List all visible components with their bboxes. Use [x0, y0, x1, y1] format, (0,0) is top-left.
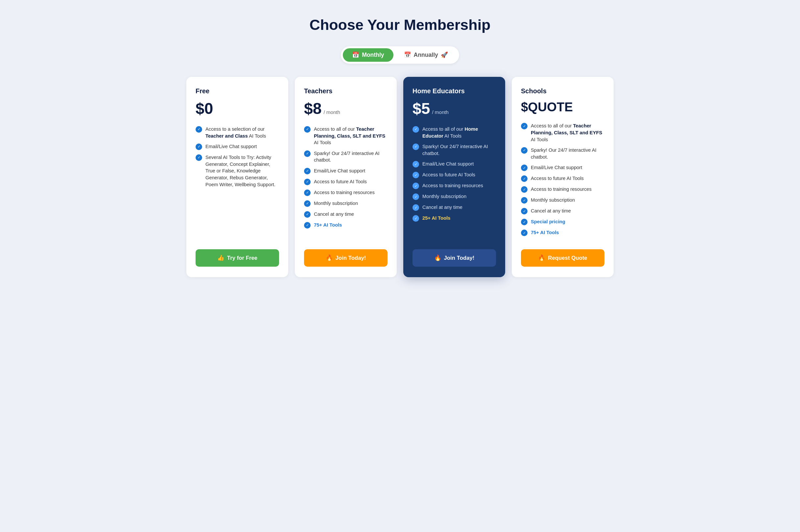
check-icon: ✓ — [413, 215, 419, 222]
check-icon: ✓ — [521, 230, 528, 236]
plan-teachers-features: ✓ Access to all of our Teacher Planning,… — [304, 126, 387, 240]
list-item: ✓ 25+ AI Tools — [413, 215, 496, 222]
monthly-label: Monthly — [362, 52, 384, 58]
list-item: ✓ Several AI Tools to Try: Activity Gene… — [196, 154, 279, 188]
plan-schools: Schools $QUOTE ✓ Access to all of our Te… — [512, 77, 614, 277]
list-item: ✓ Email/Live Chat support — [413, 160, 496, 168]
list-item: ✓ Access to training resources — [413, 182, 496, 189]
plan-teachers: Teachers $8 / month ✓ Access to all of o… — [295, 77, 397, 277]
plan-schools-price-row: $QUOTE — [521, 101, 604, 113]
list-item: ✓ Email/Live Chat support — [304, 168, 387, 174]
check-icon: ✓ — [413, 172, 419, 178]
annually-label: Annually — [414, 52, 438, 58]
fire-icon: 🔥 — [434, 254, 441, 261]
check-icon: ✓ — [304, 189, 311, 196]
home-educators-cta-button[interactable]: 🔥 Join Today! — [413, 249, 496, 267]
plan-free-name: Free — [196, 87, 279, 95]
list-item: ✓ 75+ AI Tools — [521, 229, 604, 236]
list-item: ✓ Monthly subscription — [304, 200, 387, 207]
check-icon: ✓ — [304, 126, 311, 133]
monthly-toggle[interactable]: 📅 Monthly — [343, 48, 393, 62]
check-icon: ✓ — [521, 208, 528, 214]
list-item: ✓ Monthly subscription — [413, 193, 496, 200]
plan-free: Free $0 ✓ Access to a selection of our T… — [186, 77, 288, 277]
plan-teachers-price-row: $8 / month — [304, 101, 387, 117]
list-item: ✓ 75+ AI Tools — [304, 222, 387, 229]
list-item: ✓ Access to training resources — [521, 186, 604, 193]
free-cta-label: Try for Free — [227, 255, 257, 261]
toggle-container: 📅 Monthly 📅 Annually 🚀 — [341, 46, 459, 64]
check-icon: ✓ — [304, 211, 311, 218]
pricing-grid: Free $0 ✓ Access to a selection of our T… — [186, 77, 614, 277]
check-icon: ✓ — [521, 123, 528, 129]
monthly-icon: 📅 — [352, 52, 359, 58]
check-icon: ✓ — [196, 144, 202, 150]
check-icon: ✓ — [521, 186, 528, 193]
check-icon: ✓ — [413, 126, 419, 133]
plan-home-educators: Home Educators $5 / month ✓ Access to al… — [403, 77, 505, 277]
check-icon: ✓ — [304, 200, 311, 207]
annually-suffix-icon: 🚀 — [441, 52, 448, 58]
check-icon: ✓ — [521, 197, 528, 204]
list-item: ✓ Cancel at any time — [304, 211, 387, 218]
list-item: ✓ Sparky! Our 24/7 interactive AI chatbo… — [304, 150, 387, 164]
plan-home-educators-period: / month — [432, 109, 449, 115]
check-icon: ✓ — [413, 204, 419, 211]
check-icon: ✓ — [521, 147, 528, 154]
schools-cta-label: Request Quote — [548, 255, 587, 261]
list-item: ✓ Access to all of our Teacher Planning,… — [304, 126, 387, 146]
check-icon: ✓ — [196, 154, 202, 161]
list-item: ✓ Access to a selection of our Teacher a… — [196, 126, 279, 139]
check-icon: ✓ — [521, 175, 528, 182]
check-icon: ✓ — [413, 144, 419, 150]
check-icon: ✓ — [521, 165, 528, 171]
list-item: ✓ Email/Live Chat support — [196, 143, 279, 150]
list-item: ✓ Access to future AI Tools — [304, 178, 387, 185]
list-item: ✓ Access to all of our Teacher Planning,… — [521, 122, 604, 143]
plan-home-educators-price-row: $5 / month — [413, 101, 496, 117]
annually-icon: 📅 — [404, 52, 411, 58]
list-item: ✓ Access to future AI Tools — [521, 175, 604, 182]
plan-free-features: ✓ Access to a selection of our Teacher a… — [196, 126, 279, 240]
list-item: ✓ Email/Live Chat support — [521, 164, 604, 171]
schools-cta-button[interactable]: 🔥 Request Quote — [521, 249, 604, 267]
fire-icon: 🔥 — [326, 254, 333, 261]
list-item: ✓ Access to all of our Home Educator AI … — [413, 126, 496, 139]
billing-toggle: 📅 Monthly 📅 Annually 🚀 — [13, 46, 787, 64]
fire-icon: 🔥 — [538, 254, 545, 261]
plan-home-educators-price: $5 — [413, 101, 430, 117]
check-icon: ✓ — [413, 183, 419, 189]
plan-schools-features: ✓ Access to all of our Teacher Planning,… — [521, 122, 604, 240]
plan-home-educators-features: ✓ Access to all of our Home Educator AI … — [413, 126, 496, 240]
check-icon: ✓ — [196, 126, 202, 133]
list-item: ✓ Special pricing — [521, 218, 604, 225]
teachers-cta-button[interactable]: 🔥 Join Today! — [304, 249, 387, 267]
list-item: ✓ Cancel at any time — [413, 204, 496, 211]
list-item: ✓ Sparky! Our 24/7 interactive AI chatbo… — [413, 143, 496, 157]
check-icon: ✓ — [521, 219, 528, 225]
plan-schools-price: $QUOTE — [521, 101, 573, 113]
list-item: ✓ Access to training resources — [304, 189, 387, 196]
teachers-cta-label: Join Today! — [335, 255, 366, 261]
plan-free-price-row: $0 — [196, 101, 279, 117]
plan-teachers-period: / month — [323, 109, 340, 115]
thumbs-up-icon: 👍 — [217, 254, 224, 261]
list-item: ✓ Monthly subscription — [521, 197, 604, 204]
free-cta-button[interactable]: 👍 Try for Free — [196, 249, 279, 267]
plan-schools-name: Schools — [521, 87, 604, 95]
check-icon: ✓ — [304, 150, 311, 157]
plan-teachers-price: $8 — [304, 101, 322, 117]
home-educators-cta-label: Join Today! — [444, 255, 475, 261]
plan-teachers-name: Teachers — [304, 87, 387, 95]
list-item: ✓ Cancel at any time — [521, 208, 604, 214]
annually-toggle[interactable]: 📅 Annually 🚀 — [395, 48, 457, 62]
list-item: ✓ Access to future AI Tools — [413, 171, 496, 178]
check-icon: ✓ — [304, 222, 311, 229]
check-icon: ✓ — [413, 193, 419, 200]
page-title: Choose Your Membership — [13, 16, 787, 33]
list-item: ✓ Sparky! Our 24/7 interactive AI chatbo… — [521, 147, 604, 160]
check-icon: ✓ — [304, 168, 311, 174]
plan-home-educators-name: Home Educators — [413, 87, 496, 95]
plan-free-price: $0 — [196, 101, 213, 117]
check-icon: ✓ — [304, 179, 311, 185]
